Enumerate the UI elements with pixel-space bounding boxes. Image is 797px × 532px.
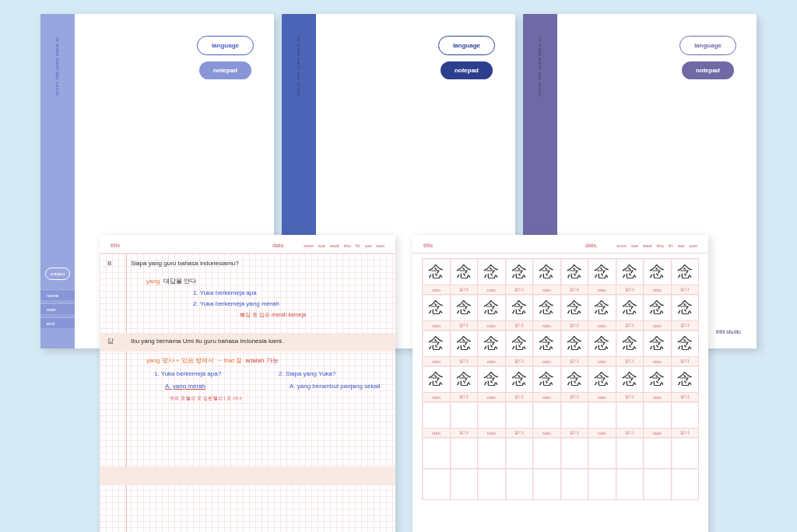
- practice-cell: 念: [533, 295, 561, 321]
- page-header: title date. mon tue wed thu fri sat sun: [100, 235, 395, 254]
- pronunciation-label: niàn: [588, 393, 616, 402]
- small-note: 빨강 옷 입은 merah kemeja: [100, 311, 395, 319]
- pronunciation-label: niàn: [423, 429, 451, 438]
- practice-cell: 念: [450, 295, 478, 321]
- practice-cell: 念: [671, 331, 699, 357]
- tiny-note: 위의 옷 빨강 옷 입은 빨강 | 옷 사다: [100, 395, 395, 402]
- pronunciation-label: niàn: [478, 285, 506, 295]
- grammar-note: yang 명사 + 있음 방해서 → that 절 adalah 가능: [100, 356, 395, 365]
- practice-cell: 念: [560, 366, 588, 393]
- practice-cell: 念: [560, 331, 588, 357]
- pronunciation-label: 읽다: [616, 393, 644, 402]
- language-badge: language: [679, 36, 736, 55]
- practice-cell: 念: [644, 295, 672, 321]
- practice-cell: 念: [505, 331, 533, 357]
- practice-cell: .: [505, 402, 533, 429]
- practice-cell-empty: [671, 438, 699, 469]
- practice-cell-empty: [450, 438, 478, 469]
- date-label: date.: [585, 243, 598, 248]
- pronunciation-label: 읽다: [505, 357, 533, 366]
- practice-cell: 念: [533, 331, 561, 357]
- pronunciation-label: 읽다: [450, 393, 478, 402]
- practice-cell: 念: [644, 259, 672, 285]
- pronunciation-label: 읽다: [616, 357, 644, 366]
- practice-cell: 念: [450, 259, 478, 285]
- pronunciation-label: 읽다: [671, 393, 699, 402]
- practice-cell: 念: [616, 295, 644, 321]
- cover-badges: language notepad: [679, 36, 736, 79]
- practice-cell: 念: [478, 366, 506, 393]
- practice-cell-empty: [644, 469, 672, 500]
- pronunciation-label: 읽다: [505, 429, 533, 438]
- annotation-line: yang 대답을 안다: [100, 277, 395, 285]
- grammar-tag: yang: [146, 278, 160, 285]
- practice-cell: 念: [644, 366, 672, 393]
- practice-cell-empty: [505, 438, 533, 469]
- practice-cell-empty: [560, 438, 588, 469]
- practice-cell: 念: [560, 295, 588, 321]
- practice-cell: 念: [423, 331, 451, 357]
- pronunciation-label: niàn: [423, 285, 451, 295]
- pronunciation-label: niàn: [478, 393, 506, 402]
- pronunciation-label: niàn: [423, 393, 451, 402]
- practice-cell: 念: [588, 259, 616, 285]
- title-label: title: [423, 243, 433, 248]
- pronunciation-label: 읽다: [560, 357, 588, 366]
- cover-badges: language notepad: [197, 36, 254, 79]
- pronunciation-label: niàn: [588, 429, 616, 438]
- brand-label: tribi studio: [716, 329, 741, 334]
- pronunciation-label: 읽다: [616, 429, 644, 438]
- practice-cell: 念: [616, 331, 644, 357]
- cover-fields: subject name start end: [40, 268, 75, 328]
- pronunciation-label: niàn: [644, 321, 672, 331]
- weekday-labels: mon tue wed thu fri sat sun: [613, 243, 697, 248]
- subject-field: subject: [45, 268, 70, 280]
- pronunciation-label: 읽다: [560, 393, 588, 402]
- practice-cell: .: [478, 402, 506, 429]
- title-label: title: [111, 243, 120, 248]
- date-label: date.: [272, 243, 285, 248]
- practice-cell: .: [423, 402, 451, 429]
- practice-cell-empty: [616, 469, 644, 500]
- answer-text: Ibu yang bernama Umi itu guru bahasa ind…: [131, 338, 283, 345]
- practice-cell: 念: [588, 366, 616, 393]
- practice-cell: 念: [478, 331, 506, 357]
- practice-cell: 念: [588, 295, 616, 321]
- pronunciation-label: niàn: [644, 393, 672, 402]
- inner-page-notes: title date. mon tue wed thu fri sat sun …: [100, 235, 395, 532]
- practice-cell-empty: [505, 469, 533, 500]
- practice-cell: 念: [478, 259, 506, 285]
- practice-cell-empty: [450, 469, 478, 500]
- pronunciation-label: niàn: [588, 285, 616, 295]
- practice-cell: 念: [423, 366, 451, 393]
- pronunciation-label: 읽다: [505, 285, 533, 295]
- korean-note: 대답을 안다: [163, 277, 196, 285]
- pronunciation-label: 읽다: [671, 285, 699, 295]
- pronunciation-label: 읽다: [671, 357, 699, 366]
- example-line: 2. Yuka berkemeja yang merah: [100, 300, 395, 307]
- pronunciation-label: 읽다: [505, 321, 533, 331]
- practice-cell: 念: [533, 366, 561, 393]
- pronunciation-label: 읽다: [560, 321, 588, 331]
- practice-cell: 念: [616, 366, 644, 393]
- practice-cell-empty: [423, 469, 451, 500]
- practice-cell-empty: [671, 469, 699, 500]
- practice-cell: .: [671, 402, 699, 429]
- practice-cell: 念: [671, 259, 699, 285]
- practice-cell: 念: [533, 259, 561, 285]
- practice-cell: 念: [505, 259, 533, 285]
- practice-cell-empty: [478, 438, 506, 469]
- practice-cell: 念: [616, 259, 644, 285]
- practice-cell: 念: [644, 331, 672, 357]
- pronunciation-label: niàn: [644, 285, 672, 295]
- weekday-labels: mon tue wed thu fri sat sun: [300, 243, 384, 248]
- pronunciation-label: 읽다: [450, 357, 478, 366]
- language-badge: language: [438, 36, 495, 55]
- end-field: end: [40, 317, 75, 328]
- practice-cell: 念: [423, 259, 451, 285]
- page-body: B Siapa yang guru bahasa indonesiamu? ya…: [100, 254, 395, 532]
- answer-marker: 답: [107, 337, 114, 345]
- practice-cell: .: [450, 402, 478, 429]
- practice-cell: 念: [588, 331, 616, 357]
- header-right: date. mon tue wed thu fri sat sun: [585, 243, 697, 248]
